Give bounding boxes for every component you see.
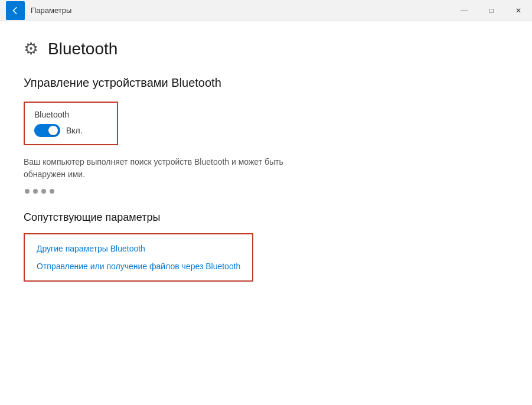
close-button[interactable]: ✕	[505, 0, 532, 21]
bluetooth-send-receive-link[interactable]: Отправление или получение файлов через B…	[37, 262, 240, 271]
page-heading: ⚙ Bluetooth	[24, 39, 508, 58]
toggle-row: Вкл.	[34, 124, 107, 137]
dot-2	[33, 189, 38, 194]
main-content: ⚙ Bluetooth Управление устройствами Blue…	[0, 21, 532, 405]
toggle-label: Вкл.	[66, 126, 83, 135]
dot-3	[41, 189, 46, 194]
bluetooth-other-settings-link[interactable]: Другие параметры Bluetooth	[37, 244, 240, 253]
window-title: Параметры	[31, 6, 451, 15]
settings-icon: ⚙	[24, 39, 38, 58]
loading-dots	[24, 189, 508, 194]
page-title: Bluetooth	[48, 40, 118, 58]
related-section-title: Сопутствующие параметры	[24, 211, 508, 224]
maximize-button[interactable]: □	[478, 0, 505, 21]
manage-section-title: Управление устройствами Bluetooth	[24, 76, 508, 90]
bluetooth-status-text: Ваш компьютер выполняет поиск устройств …	[24, 156, 307, 181]
minimize-button[interactable]: —	[451, 0, 478, 21]
bluetooth-toggle[interactable]	[34, 124, 60, 137]
bluetooth-box-label: Bluetooth	[34, 110, 107, 119]
titlebar: Параметры — □ ✕	[0, 0, 532, 21]
back-button[interactable]	[6, 1, 25, 20]
dot-1	[25, 189, 30, 194]
bluetooth-toggle-box: Bluetooth Вкл.	[24, 102, 118, 145]
related-settings-box: Другие параметры Bluetooth Отправление и…	[24, 233, 253, 282]
window-controls: — □ ✕	[451, 0, 532, 21]
toggle-thumb	[48, 126, 58, 135]
dot-4	[50, 189, 54, 194]
